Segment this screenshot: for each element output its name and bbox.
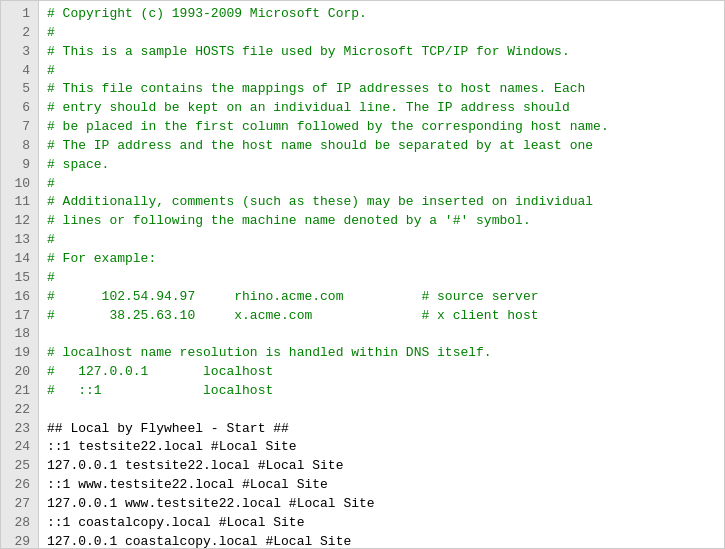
code-line: # lines or following the machine name de… — [47, 212, 716, 231]
code-line: # — [47, 24, 716, 43]
code-line: # — [47, 62, 716, 81]
editor-container: 1234567891011121314151617181920212223242… — [0, 0, 725, 549]
line-number: 28 — [9, 514, 30, 533]
code-line: ## Local by Flywheel - Start ## — [47, 420, 716, 439]
line-number: 29 — [9, 533, 30, 548]
line-number: 27 — [9, 495, 30, 514]
line-number: 10 — [9, 175, 30, 194]
code-line: # entry should be kept on an individual … — [47, 99, 716, 118]
line-number: 3 — [9, 43, 30, 62]
line-number: 9 — [9, 156, 30, 175]
code-line: # The IP address and the host name shoul… — [47, 137, 716, 156]
code-line: # Copyright (c) 1993-2009 Microsoft Corp… — [47, 5, 716, 24]
code-line — [47, 325, 716, 344]
code-line: # be placed in the first column followed… — [47, 118, 716, 137]
line-number: 24 — [9, 438, 30, 457]
code-line: # Additionally, comments (such as these)… — [47, 193, 716, 212]
code-line: ::1 coastalcopy.local #Local Site — [47, 514, 716, 533]
code-line: 127.0.0.1 coastalcopy.local #Local Site — [47, 533, 716, 548]
code-line: # This is a sample HOSTS file used by Mi… — [47, 43, 716, 62]
line-number: 26 — [9, 476, 30, 495]
code-line — [47, 401, 716, 420]
line-number: 4 — [9, 62, 30, 81]
code-line: # For example: — [47, 250, 716, 269]
line-numbers: 1234567891011121314151617181920212223242… — [1, 1, 39, 548]
line-number: 7 — [9, 118, 30, 137]
line-number: 8 — [9, 137, 30, 156]
line-number: 14 — [9, 250, 30, 269]
code-line: ::1 www.testsite22.local #Local Site — [47, 476, 716, 495]
code-line: # 127.0.0.1 localhost — [47, 363, 716, 382]
code-line: # — [47, 231, 716, 250]
line-number: 18 — [9, 325, 30, 344]
code-line: ::1 testsite22.local #Local Site — [47, 438, 716, 457]
line-number: 2 — [9, 24, 30, 43]
code-view[interactable]: 1234567891011121314151617181920212223242… — [1, 1, 724, 548]
line-number: 17 — [9, 307, 30, 326]
line-number: 23 — [9, 420, 30, 439]
line-number: 5 — [9, 80, 30, 99]
line-number: 11 — [9, 193, 30, 212]
code-line: # ::1 localhost — [47, 382, 716, 401]
code-line: # 102.54.94.97 rhino.acme.com # source s… — [47, 288, 716, 307]
code-line: # — [47, 175, 716, 194]
code-line: # This file contains the mappings of IP … — [47, 80, 716, 99]
line-number: 15 — [9, 269, 30, 288]
code-line: # space. — [47, 156, 716, 175]
code-line: # 38.25.63.10 x.acme.com # x client host — [47, 307, 716, 326]
code-content[interactable]: # Copyright (c) 1993-2009 Microsoft Corp… — [39, 1, 724, 548]
code-line: # — [47, 269, 716, 288]
code-line: 127.0.0.1 testsite22.local #Local Site — [47, 457, 716, 476]
line-number: 13 — [9, 231, 30, 250]
line-number: 1 — [9, 5, 30, 24]
line-number: 12 — [9, 212, 30, 231]
line-number: 19 — [9, 344, 30, 363]
line-number: 21 — [9, 382, 30, 401]
line-number: 16 — [9, 288, 30, 307]
line-number: 25 — [9, 457, 30, 476]
code-line: # localhost name resolution is handled w… — [47, 344, 716, 363]
line-number: 6 — [9, 99, 30, 118]
line-number: 20 — [9, 363, 30, 382]
line-number: 22 — [9, 401, 30, 420]
code-line: 127.0.0.1 www.testsite22.local #Local Si… — [47, 495, 716, 514]
